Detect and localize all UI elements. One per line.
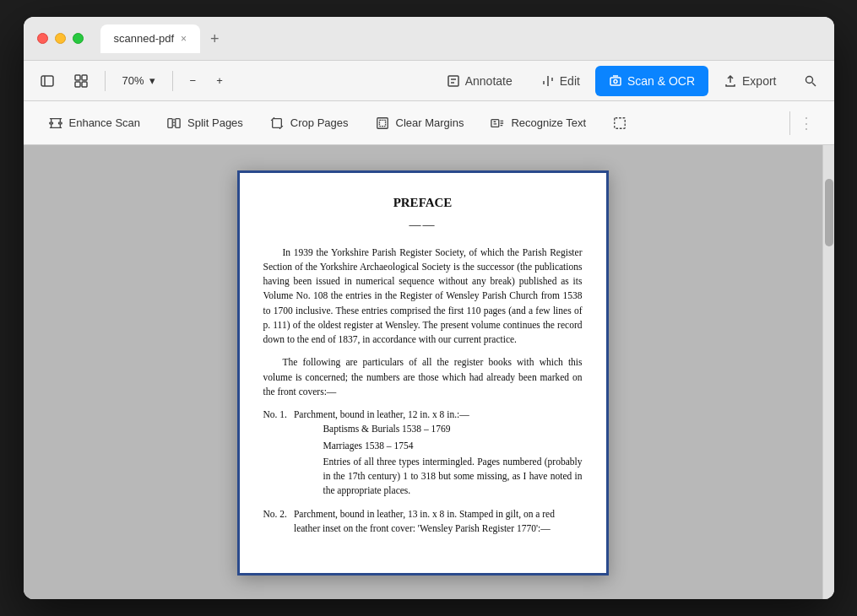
- export-icon: [724, 74, 737, 88]
- svg-rect-6: [448, 76, 458, 86]
- svg-rect-23: [273, 118, 282, 127]
- search-button[interactable]: [797, 68, 824, 94]
- zoom-level: 70%: [122, 74, 144, 87]
- pdf-list-content-2: Parchment, bound in leather, 13 in. x 8 …: [294, 507, 583, 537]
- clear-margins-icon: [376, 116, 389, 130]
- search-icon: [804, 74, 817, 88]
- svg-rect-16: [49, 122, 52, 124]
- tab-export-label: Export: [742, 74, 776, 88]
- tab-edit-label: Edit: [560, 74, 580, 88]
- svg-rect-2: [75, 75, 80, 80]
- tab-edit[interactable]: Edit: [528, 66, 594, 96]
- nav-tabs: Annotate Edit Scan & OCR: [433, 66, 790, 96]
- pdf-list-item-1: No. 1. Parchment, bound in leather, 12 i…: [263, 408, 583, 500]
- pdf-sub-item-1-2: Marriages 1538 – 1754: [323, 439, 582, 453]
- tab-annotate[interactable]: Annotate: [433, 66, 526, 96]
- svg-rect-12: [610, 78, 621, 85]
- scrollbar-thumb[interactable]: [825, 179, 833, 246]
- new-tab-button[interactable]: +: [203, 31, 226, 46]
- svg-point-14: [805, 77, 812, 84]
- crop-pages-icon: [270, 116, 284, 130]
- tab-bar: scanned-pdf × +: [100, 24, 226, 53]
- pdf-list-content-1: Parchment, bound in leather, 12 in. x 8 …: [294, 408, 583, 500]
- clear-margins-label: Clear Margins: [396, 116, 464, 129]
- more-options-button[interactable]: ⋮: [792, 114, 821, 132]
- split-pages-label: Split Pages: [187, 116, 243, 129]
- content-area: PREFACE —— In 1939 the Yorkshire Parish …: [24, 145, 834, 599]
- document-tab[interactable]: scanned-pdf ×: [100, 24, 201, 53]
- recognize-text-icon: [491, 116, 504, 130]
- tab-annotate-label: Annotate: [465, 74, 513, 88]
- recognize-text-label: Recognize Text: [511, 116, 586, 129]
- pdf-divider: ——: [263, 216, 583, 234]
- zoom-out-button[interactable]: −: [183, 69, 203, 92]
- traffic-lights: [37, 33, 84, 44]
- pdf-title: PREFACE: [263, 193, 583, 213]
- grid-icon: [74, 74, 88, 88]
- enhance-scan-label: Enhance Scan: [69, 116, 141, 129]
- edit-icon: [541, 74, 555, 88]
- zoom-control: 70% ▾: [116, 74, 162, 87]
- pdf-content: PREFACE —— In 1939 the Yorkshire Parish …: [240, 173, 606, 558]
- svg-rect-20: [168, 118, 172, 127]
- recognize-text-button[interactable]: Recognize Text: [479, 111, 598, 135]
- svg-rect-0: [41, 76, 53, 86]
- svg-point-13: [614, 79, 617, 83]
- svg-rect-25: [379, 120, 385, 126]
- tab-scan-ocr-label: Scan & OCR: [627, 74, 695, 88]
- pdf-para-1: In 1939 the Yorkshire Parish Register So…: [263, 246, 583, 348]
- svg-rect-4: [75, 82, 80, 87]
- pdf-list-item-2: No. 2. Parchment, bound in leather, 13 i…: [263, 507, 583, 537]
- crop-pages-label: Crop Pages: [290, 116, 349, 129]
- pdf-list-label-1: No. 1.: [263, 408, 287, 500]
- svg-rect-3: [82, 75, 87, 80]
- svg-rect-26: [491, 119, 499, 127]
- tab-close-button[interactable]: ×: [181, 33, 187, 45]
- svg-rect-17: [58, 122, 62, 124]
- grid-toggle-button[interactable]: [68, 69, 95, 93]
- svg-rect-5: [82, 82, 87, 87]
- pdf-page: PREFACE —— In 1939 the Yorkshire Parish …: [237, 170, 609, 575]
- zoom-in-button[interactable]: +: [209, 69, 230, 92]
- sub-separator: [789, 111, 790, 135]
- clear-margins-button[interactable]: Clear Margins: [364, 111, 476, 135]
- pdf-sub-item-1-1: Baptisms & Burials 1538 – 1769: [323, 422, 582, 436]
- minimize-button[interactable]: [55, 33, 66, 44]
- pdf-sub-item-1-3: Entries of all three types intermingled.…: [323, 455, 582, 499]
- tab-title: scanned-pdf: [114, 32, 175, 45]
- crop-pages-button[interactable]: Crop Pages: [258, 111, 361, 135]
- pdf-para-2: The following are particulars of all the…: [263, 355, 583, 399]
- maximize-button[interactable]: [73, 33, 84, 44]
- close-button[interactable]: [37, 33, 48, 44]
- enhance-scan-button[interactable]: Enhance Scan: [37, 111, 153, 135]
- titlebar: scanned-pdf × +: [24, 17, 834, 61]
- svg-rect-24: [377, 117, 387, 127]
- svg-rect-21: [176, 118, 180, 127]
- tab-export[interactable]: Export: [710, 66, 789, 96]
- pdf-list-label-2: No. 2.: [263, 507, 287, 537]
- toolbar-separator-2: [172, 71, 173, 91]
- sidebar-toggle-button[interactable]: [34, 69, 61, 93]
- scan-icon: [609, 74, 622, 88]
- main-toolbar: 70% ▾ − + Annotate E: [24, 61, 834, 101]
- split-pages-icon: [167, 116, 181, 130]
- tab-scan-ocr[interactable]: Scan & OCR: [595, 66, 708, 96]
- enhance-scan-icon: [49, 116, 62, 130]
- select-tool-button[interactable]: [601, 111, 638, 135]
- page-area[interactable]: PREFACE —— In 1939 the Yorkshire Parish …: [24, 145, 822, 599]
- select-tool-icon: [613, 116, 626, 130]
- sidebar-icon: [41, 74, 54, 88]
- sub-toolbar: Enhance Scan Split Pages Crop Pages: [24, 101, 834, 145]
- annotate-icon: [447, 74, 460, 88]
- pdf-list-item-2-text: Parchment, bound in leather, 13 in. x 8 …: [294, 509, 555, 533]
- split-pages-button[interactable]: Split Pages: [155, 111, 255, 135]
- svg-rect-27: [615, 117, 625, 127]
- sub-toolbar-right: ⋮: [788, 111, 821, 135]
- app-window: scanned-pdf × + 70% ▾ −: [24, 17, 834, 599]
- svg-line-15: [812, 83, 816, 86]
- pdf-list-item-1-text: Parchment, bound in leather, 12 in. x 8 …: [294, 409, 469, 419]
- zoom-chevron-icon: ▾: [149, 74, 155, 87]
- scrollbar[interactable]: [822, 145, 834, 599]
- toolbar-separator-1: [105, 71, 106, 91]
